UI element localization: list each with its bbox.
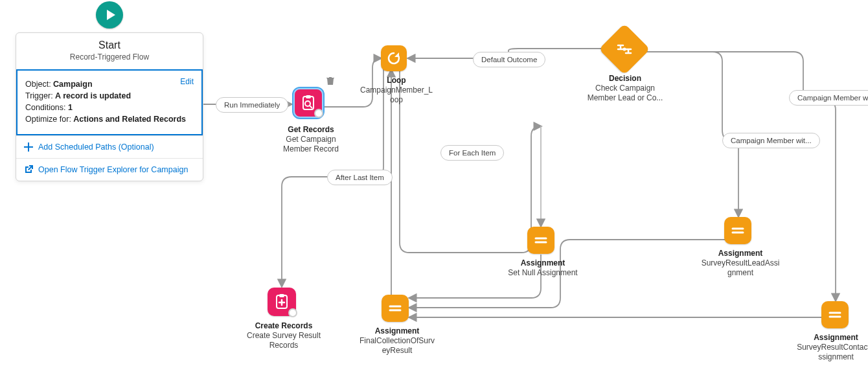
create-records-label: Create Records Create Survey Result Reco… <box>242 321 326 350</box>
lead-assignment-label: Assignment SurveyResultLeadAssi gnment <box>698 249 782 278</box>
edge-campaign-member-2[interactable]: Campaign Member wit... <box>789 90 868 106</box>
decision-icon <box>606 31 643 67</box>
get-records-node[interactable] <box>293 88 323 118</box>
create-records-icon <box>273 293 290 310</box>
prop-optimize: Optimize for: Actions and Related Record… <box>25 115 194 124</box>
edge-campaign-member-1[interactable]: Campaign Member wit... <box>722 133 820 148</box>
assignment-icon <box>827 307 843 323</box>
start-footer: Add Scheduled Paths (Optional) Open Flow… <box>16 135 203 181</box>
set-null-assignment-label: Assignment Set Null Assignment <box>504 258 582 278</box>
start-card: Start Record-Triggered Flow Edit Object:… <box>16 32 203 181</box>
open-flow-trigger-explorer-link[interactable]: Open Flow Trigger Explorer for Campaign <box>16 158 203 181</box>
prop-trigger: Trigger: A record is updated <box>25 91 194 100</box>
edge-for-each-item[interactable]: For Each Item <box>440 145 504 161</box>
svg-rect-5 <box>279 294 284 297</box>
start-node[interactable]: Start Record-Triggered Flow Edit Object:… <box>16 1 203 181</box>
start-header: Start Record-Triggered Flow <box>16 33 203 69</box>
loop-node[interactable] <box>381 45 407 71</box>
edge-after-last-item[interactable]: After Last Item <box>327 170 393 185</box>
svg-rect-1 <box>306 95 311 98</box>
get-records-icon <box>300 95 317 111</box>
svg-point-3 <box>623 48 626 51</box>
decision-label: Decision Check Campaign Member Lead or C… <box>586 74 664 103</box>
get-records-label: Get Records Get Campaign Member Record <box>269 125 353 154</box>
prop-object: Object: Campaign <box>25 80 194 89</box>
edit-link[interactable]: Edit <box>180 77 194 86</box>
assignment-icon <box>730 223 746 238</box>
assignment-icon <box>387 301 403 316</box>
prop-conditions: Conditions: 1 <box>25 103 194 112</box>
play-icon <box>106 9 116 21</box>
contact-assignment-label: Assignment SurveyResultContactA ssignmen… <box>792 333 868 362</box>
edge-default-outcome[interactable]: Default Outcome <box>473 52 545 67</box>
svg-point-2 <box>305 101 310 106</box>
plus-icon <box>24 142 33 152</box>
trash-icon[interactable] <box>326 76 335 87</box>
node-badge <box>314 109 323 118</box>
contact-assignment-node[interactable] <box>821 301 849 328</box>
loop-icon <box>386 51 402 66</box>
assignment-icon <box>533 233 549 248</box>
start-subtitle: Record-Triggered Flow <box>24 52 195 62</box>
set-null-assignment-node[interactable] <box>527 227 554 254</box>
loop-label: Loop CampaignMember_L oop <box>358 76 435 105</box>
start-config-panel[interactable]: Edit Object: Campaign Trigger: A record … <box>16 69 203 135</box>
final-assignment-node[interactable] <box>382 295 409 322</box>
create-records-node[interactable] <box>268 288 296 316</box>
edge-run-immediately[interactable]: Run Immediately <box>216 97 288 113</box>
external-link-icon <box>24 165 33 174</box>
final-assignment-label: Assignment FinalCollectionOfSurv eyResul… <box>355 326 439 356</box>
start-title: Start <box>24 40 195 51</box>
start-play-button[interactable] <box>96 1 123 28</box>
lead-assignment-node[interactable] <box>724 217 751 244</box>
add-scheduled-paths-link[interactable]: Add Scheduled Paths (Optional) <box>16 135 203 158</box>
node-badge <box>288 308 297 317</box>
